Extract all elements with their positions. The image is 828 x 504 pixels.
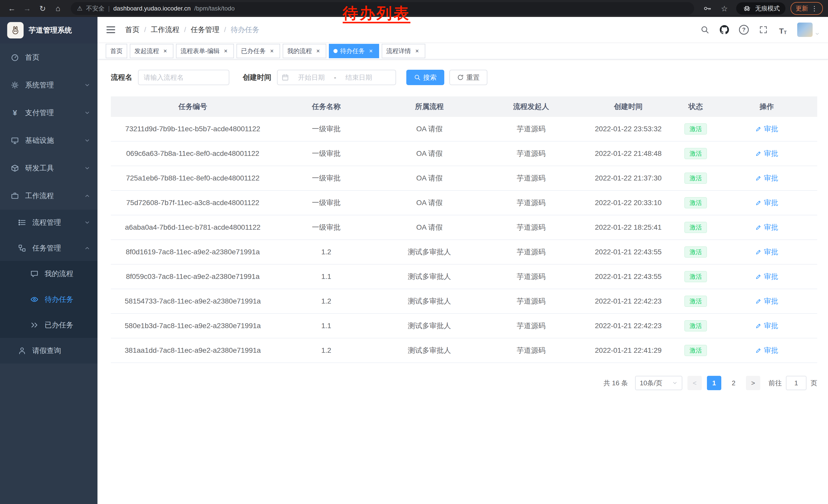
task-name: 1.2 (275, 338, 378, 363)
task-id: 381aa1dd-7ac8-11ec-a9e2-a2380e71991a (111, 338, 275, 363)
sidebar-item-my-process[interactable]: 我的流程 (0, 261, 97, 287)
table-row: 725a1eb6-7b88-11ec-8ef0-acde48001122 一级审… (111, 166, 817, 190)
task-process: 测试多审批人 (378, 338, 481, 363)
page-size-select[interactable]: 10条/页 (635, 376, 682, 390)
search-button[interactable]: 搜索 (406, 70, 444, 85)
close-icon[interactable]: × (268, 47, 276, 55)
user-menu[interactable] (797, 22, 820, 37)
breadcrumb-task-mgmt[interactable]: 任务管理 (191, 25, 219, 35)
search-icon[interactable] (700, 25, 710, 35)
font-size-icon[interactable]: TT (778, 25, 788, 35)
back-icon[interactable]: ← (5, 2, 18, 15)
page-button-2[interactable]: 2 (727, 376, 741, 390)
status-badge: 激活 (685, 320, 707, 331)
task-created: 2022-01-22 21:37:30 (581, 166, 675, 190)
close-icon[interactable]: × (413, 47, 421, 55)
reset-button[interactable]: 重置 (449, 70, 487, 85)
sidebar-item-todo-tasks[interactable]: 待办任务 (0, 287, 97, 312)
help-icon[interactable]: ? (739, 25, 749, 35)
workflow-nodes-icon (17, 244, 27, 252)
approve-link[interactable]: 审批 (755, 272, 778, 281)
next-page-button[interactable]: > (746, 376, 760, 390)
sidebar-item-leave-query[interactable]: 请假查询 (0, 338, 97, 364)
process-name-input[interactable] (138, 70, 229, 85)
table-row: 381aa1dd-7ac8-11ec-a9e2-a2380e71991a 1.2… (111, 338, 817, 363)
active-dot (333, 49, 338, 53)
home-icon[interactable]: ⌂ (51, 2, 65, 15)
tags-view: 首页 发起流程× 流程表单-编辑× 已办任务× 我的流程× 待办任务× 流程详情… (97, 43, 828, 59)
tab-start-process[interactable]: 发起流程× (130, 44, 173, 58)
sidebar-item-infra[interactable]: 基础设施 (0, 127, 97, 154)
approve-link[interactable]: 审批 (755, 321, 778, 331)
approve-link[interactable]: 审批 (755, 198, 778, 208)
task-process: 测试多审批人 (378, 314, 481, 338)
pen-icon (755, 175, 762, 182)
approve-link[interactable]: 审批 (755, 223, 778, 232)
annotation-text: 待办列表 (343, 5, 410, 23)
browser-menu-icon[interactable]: ⋮ (811, 5, 818, 12)
status-badge: 激活 (685, 222, 707, 233)
task-created: 2022-01-21 22:41:29 (581, 338, 675, 363)
reload-icon[interactable]: ↻ (36, 2, 49, 15)
bookmark-star-icon[interactable]: ☆ (718, 2, 731, 15)
chevron-down-icon (84, 82, 90, 88)
incognito-badge[interactable]: 无痕模式 (736, 2, 785, 15)
github-icon[interactable] (719, 25, 730, 35)
task-initiator: 芋道源码 (481, 240, 581, 264)
security-label[interactable]: 不安全 (86, 4, 105, 12)
sidebar-item-devtools[interactable]: 研发工具 (0, 154, 97, 182)
sidebar-item-process-mgmt[interactable]: 流程管理 (0, 210, 97, 235)
tab-process-detail[interactable]: 流程详情× (382, 44, 425, 58)
pen-icon (755, 199, 762, 206)
status-badge: 激活 (685, 271, 707, 282)
sidebar-toggle-icon[interactable] (106, 24, 117, 35)
tab-form-edit[interactable]: 流程表单-编辑× (176, 44, 234, 58)
sidebar-item-label: 我的流程 (45, 269, 73, 279)
breadcrumb-home[interactable]: 首页 (125, 25, 139, 35)
task-id: 580e1b3d-7ac8-11ec-a9e2-a2380e71991a (111, 314, 275, 338)
start-date-input[interactable] (291, 73, 331, 82)
approve-link[interactable]: 审批 (755, 296, 778, 306)
key-icon[interactable] (702, 3, 713, 13)
sidebar-item-home[interactable]: 首页 (0, 44, 97, 71)
tab-done-tasks[interactable]: 已办任务× (237, 44, 280, 58)
sidebar-item-system[interactable]: 系统管理 (0, 71, 97, 99)
update-label: 更新 (796, 4, 808, 12)
avatar[interactable] (797, 22, 813, 37)
browser-update-button[interactable]: 更新 ⋮ (791, 2, 823, 15)
page-button-1[interactable]: 1 (707, 376, 721, 390)
sidebar-item-done-tasks[interactable]: 已办任务 (0, 312, 97, 338)
prev-page-button[interactable]: < (688, 376, 702, 390)
close-icon[interactable]: × (162, 47, 169, 55)
sidebar-item-label: 流程管理 (32, 218, 61, 227)
approve-link[interactable]: 审批 (755, 247, 778, 257)
approve-link[interactable]: 审批 (755, 124, 778, 134)
sidebar-item-task-mgmt[interactable]: 任务管理 (0, 235, 97, 261)
status-badge: 激活 (685, 173, 707, 184)
end-date-input[interactable] (339, 73, 379, 82)
sidebar-item-workflow[interactable]: 工作流程 (0, 182, 97, 210)
forward-icon[interactable]: → (20, 2, 34, 15)
app-logo[interactable]: 芋道管理系统 (0, 17, 97, 44)
sidebar-item-payment[interactable]: ¥ 支付管理 (0, 99, 97, 127)
tab-my-process[interactable]: 我的流程× (283, 44, 326, 58)
task-process: OA 请假 (378, 117, 481, 141)
breadcrumb-workflow[interactable]: 工作流程 (151, 25, 179, 35)
status-badge: 激活 (685, 246, 707, 258)
approve-link[interactable]: 审批 (755, 346, 778, 355)
goto-page-input[interactable] (786, 376, 806, 390)
approve-link[interactable]: 审批 (755, 149, 778, 158)
date-range-picker[interactable]: - (277, 70, 396, 85)
close-icon[interactable]: × (367, 47, 374, 55)
close-icon[interactable]: × (315, 47, 322, 55)
omnibox-divider: | (108, 5, 110, 12)
close-icon[interactable]: × (222, 47, 229, 55)
tab-home[interactable]: 首页 (106, 44, 127, 58)
task-initiator: 芋道源码 (481, 117, 581, 141)
table-row: 8f059c03-7ac8-11ec-a9e2-a2380e71991a 1.1… (111, 264, 817, 289)
breadcrumb-separator: / (184, 26, 186, 34)
fullscreen-icon[interactable] (758, 25, 769, 35)
approve-link[interactable]: 审批 (755, 173, 778, 183)
tab-todo-tasks[interactable]: 待办任务× (329, 44, 379, 58)
task-initiator: 芋道源码 (481, 289, 581, 314)
